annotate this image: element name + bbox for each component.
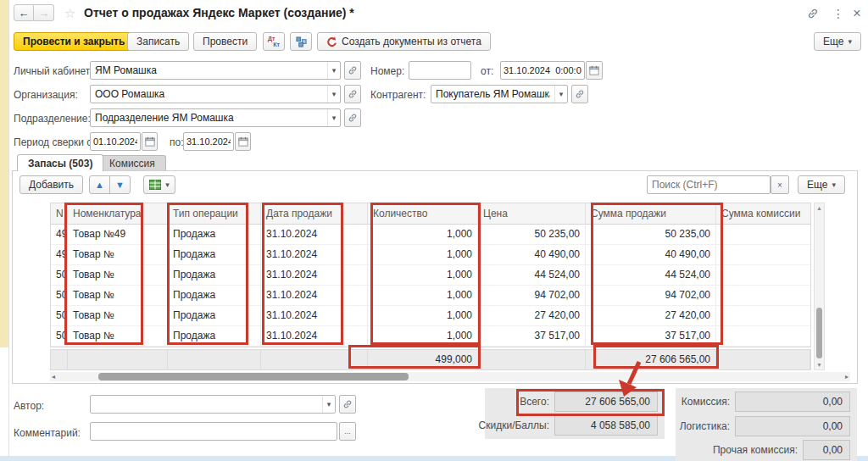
cell-sum[interactable]: 44 524,00 [586, 265, 716, 286]
table-settings-button[interactable]: ▾ [143, 175, 175, 194]
col-header-n[interactable]: N [51, 203, 68, 225]
chevron-down-icon[interactable]: ▾ [322, 396, 335, 413]
cell-n[interactable]: 503 [51, 326, 68, 347]
col-header-commission[interactable]: Сумма комиссии [716, 203, 810, 225]
cell-commission[interactable] [716, 225, 810, 245]
dtkt-postings-button[interactable]: ДтКт [263, 32, 285, 51]
write-button[interactable]: Записать [127, 32, 189, 51]
cell-date[interactable]: 31.10.2024 [261, 265, 368, 286]
period-from-field[interactable] [90, 132, 141, 151]
move-down-button[interactable]: ▼ [109, 175, 131, 194]
cell-sum[interactable]: 40 490,00 [586, 245, 716, 265]
cell-sum[interactable]: 27 420,00 [586, 306, 716, 326]
cell-price[interactable]: 44 524,00 [478, 265, 586, 286]
cell-date[interactable]: 31.10.2024 [261, 306, 368, 326]
vertical-scroll-thumb[interactable] [816, 308, 822, 358]
period-from-calendar-button[interactable] [142, 132, 158, 151]
cell-n[interactable]: 498 [51, 225, 68, 245]
post-and-close-button[interactable]: Провести и закрыть [14, 32, 134, 51]
col-header-price[interactable]: Цена [478, 203, 586, 225]
cell-operation[interactable]: Продажа [168, 245, 261, 265]
department-field[interactable]: ▾ [90, 108, 341, 127]
search-field[interactable] [647, 175, 771, 194]
close-button[interactable]: × [848, 5, 866, 22]
related-documents-button[interactable] [290, 32, 312, 51]
toolbar-more-button[interactable]: Еще▾ [814, 32, 861, 51]
cell-commission[interactable] [716, 326, 810, 347]
col-header-qty[interactable]: Количество [368, 203, 478, 225]
kebab-menu-button[interactable]: ⋮ [829, 5, 848, 22]
cell-price[interactable]: 40 490,00 [478, 245, 586, 265]
horizontal-scrollbar[interactable]: ◂ ▸ [50, 372, 850, 381]
cell-sum[interactable]: 37 517,00 [586, 326, 716, 347]
create-documents-button[interactable]: Создать документы из отчета [317, 32, 491, 51]
counterparty-field[interactable]: ▾ [431, 85, 568, 103]
comment-field[interactable] [90, 422, 337, 441]
cell-n[interactable]: 500 [51, 265, 68, 286]
date-field[interactable] [500, 61, 585, 80]
search-clear-button[interactable]: × [771, 175, 789, 194]
cell-nomenclature[interactable]: Товар № [68, 265, 168, 286]
cell-commission[interactable] [716, 306, 810, 326]
search-input[interactable] [648, 176, 770, 193]
period-to-calendar-button[interactable] [235, 132, 251, 151]
number-field[interactable] [409, 61, 471, 80]
comment-more-button[interactable]: ... [339, 422, 356, 441]
author-open-button[interactable] [339, 395, 356, 414]
cell-date[interactable]: 31.10.2024 [261, 225, 368, 245]
cell-commission[interactable] [716, 265, 810, 286]
date-calendar-button[interactable] [586, 61, 603, 80]
cell-operation[interactable]: Продажа [168, 265, 261, 286]
add-row-button[interactable]: Добавить [19, 175, 83, 194]
number-input[interactable] [409, 62, 470, 79]
favorite-star-icon[interactable]: ☆ [64, 6, 75, 21]
cell-date[interactable]: 31.10.2024 [261, 245, 368, 265]
period-to-input[interactable] [184, 133, 233, 150]
period-to-field[interactable] [183, 132, 234, 151]
col-header-nomenclature[interactable]: Номенклатура [68, 203, 168, 225]
table-row[interactable]: 498 Товар №49 Продажа 31.10.2024 1,000 5… [51, 225, 810, 245]
cell-operation[interactable]: Продажа [168, 326, 261, 347]
comment-input[interactable] [91, 423, 337, 440]
cell-sum[interactable]: 94 702,00 [586, 286, 716, 306]
horizontal-scroll-thumb[interactable] [98, 373, 409, 380]
table-row[interactable]: 501 Товар № Продажа 31.10.2024 1,000 94 … [51, 286, 810, 306]
author-input[interactable] [91, 396, 322, 413]
cell-price[interactable]: 50 235,00 [478, 225, 586, 245]
counterparty-input[interactable] [431, 86, 554, 103]
scroll-up-icon[interactable]: ▲ [815, 203, 824, 213]
organization-open-button[interactable] [344, 85, 361, 103]
cell-nomenclature[interactable]: Товар № [68, 306, 168, 326]
back-button[interactable]: ← [14, 4, 34, 21]
vertical-scrollbar[interactable]: ▲ ▼ [814, 203, 825, 370]
tab-commission[interactable]: Комиссия [98, 155, 166, 171]
department-open-button[interactable] [344, 108, 361, 127]
cell-qty[interactable]: 1,000 [368, 225, 478, 245]
table-row[interactable]: 499 Товар № Продажа 31.10.2024 1,000 40 … [51, 245, 810, 265]
table-more-button[interactable]: Еще▾ [798, 175, 845, 194]
table-row[interactable]: 502 Товар № Продажа 31.10.2024 1,000 27 … [51, 306, 810, 326]
cell-price[interactable]: 37 517,00 [478, 326, 586, 347]
personal-account-open-button[interactable] [344, 61, 361, 80]
tab-inventory[interactable]: Запасы (503) [17, 154, 103, 171]
department-input[interactable] [91, 109, 327, 126]
chevron-down-icon[interactable]: ▾ [327, 86, 340, 103]
organization-input[interactable] [91, 86, 327, 103]
cell-qty[interactable]: 1,000 [368, 326, 478, 347]
cell-nomenclature[interactable]: Товар № [68, 326, 168, 347]
cell-qty[interactable]: 1,000 [368, 286, 478, 306]
author-field[interactable]: ▾ [90, 395, 336, 414]
cell-price[interactable]: 94 702,00 [478, 286, 586, 306]
cell-date[interactable]: 31.10.2024 [261, 326, 368, 347]
get-link-button[interactable] [804, 5, 822, 22]
personal-account-input[interactable] [91, 62, 327, 79]
forward-button[interactable]: → [34, 4, 54, 21]
chevron-down-icon[interactable]: ▾ [327, 109, 340, 126]
move-up-button[interactable]: ▲ [89, 175, 110, 194]
cell-n[interactable]: 499 [51, 245, 68, 265]
cell-commission[interactable] [716, 245, 810, 265]
cell-sum[interactable]: 50 235,00 [586, 225, 716, 245]
personal-account-field[interactable]: ▾ [90, 61, 341, 80]
chevron-down-icon[interactable]: ▾ [327, 62, 340, 79]
col-header-date[interactable]: Дата продажи [261, 203, 368, 225]
